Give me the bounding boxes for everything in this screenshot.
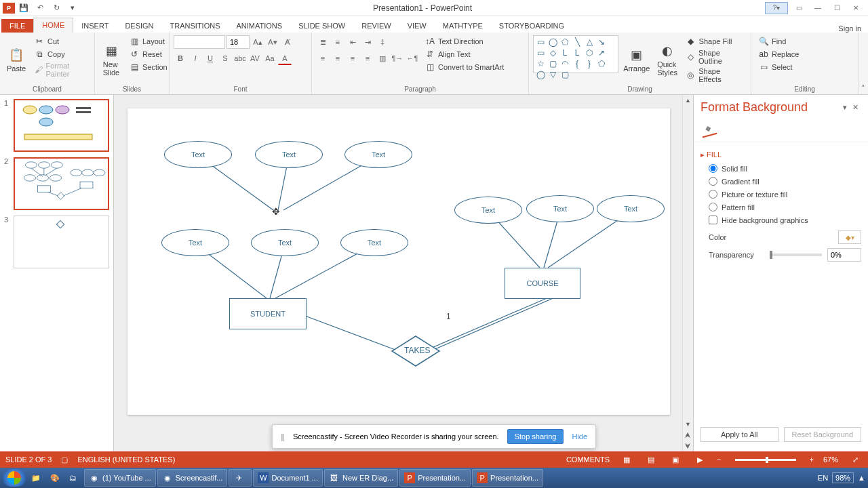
minimize-icon[interactable]: — [810, 2, 826, 14]
maximize-icon[interactable]: ☐ [829, 2, 845, 14]
align-center-button[interactable]: ≡ [331, 52, 344, 65]
format-painter-button[interactable]: 🖌Format Painter [31, 61, 90, 79]
shape-fill-button[interactable]: ◆Shape Fill [683, 35, 747, 47]
change-case-button[interactable]: Aa [263, 52, 277, 65]
picture-fill-radio[interactable]: Picture or texture fill [701, 188, 861, 201]
text-direction-button[interactable]: ↕AText Direction [422, 35, 507, 47]
language-status[interactable]: ENGLISH (UNITED STATES) [77, 455, 175, 464]
shape-effects-button[interactable]: ◎Shape Effects [683, 66, 747, 84]
taskbar-chrome-1[interactable]: ◉(1) YouTube ... [84, 469, 156, 487]
help-icon[interactable]: ?▾ [765, 2, 788, 14]
pane-dropdown-icon[interactable]: ▾ [840, 103, 850, 112]
hide-banner-button[interactable]: Hide [572, 432, 587, 441]
ribbon-display-icon[interactable]: ▭ [791, 2, 807, 14]
entity-course[interactable]: COURSE [505, 268, 580, 299]
slideshow-view-icon[interactable]: ▶ [692, 453, 707, 466]
fit-to-window-icon[interactable]: ⤢ [848, 453, 863, 466]
sorter-view-icon[interactable]: ▤ [644, 453, 658, 466]
fill-section-header[interactable]: ▸ FILL [701, 148, 861, 162]
taskbar-word[interactable]: WDocument1 ... [253, 469, 322, 487]
fill-tab-icon[interactable]: ◆ [699, 120, 717, 138]
tab-storyboarding[interactable]: STORYBOARDING [491, 19, 572, 33]
transparency-slider[interactable] [770, 253, 822, 256]
underline-button[interactable]: U [203, 52, 217, 65]
scroll-up-icon[interactable]: ▲ [683, 95, 693, 106]
ltr-button[interactable]: ¶→ [391, 52, 404, 65]
next-slide-icon[interactable]: ⮟ [683, 441, 693, 451]
reading-view-icon[interactable]: ▣ [668, 453, 683, 466]
color-picker-button[interactable]: ◆▾ [838, 230, 861, 244]
rtl-button[interactable]: ←¶ [406, 52, 419, 65]
thumbnail-3[interactable] [14, 216, 109, 268]
shape-outline-button[interactable]: ◇Shape Outline [683, 48, 747, 66]
shrink-font-button[interactable]: A▾ [266, 35, 279, 49]
dec-indent-button[interactable]: ⇤ [346, 35, 359, 49]
bullets-button[interactable]: ≣ [316, 35, 330, 49]
tab-slideshow[interactable]: SLIDE SHOW [290, 19, 353, 33]
collapse-ribbon-icon[interactable]: ˄ [859, 33, 868, 94]
taskbar-ppt-1[interactable]: PPresentation... [399, 469, 471, 487]
tab-animations[interactable]: ANIMATIONS [229, 19, 291, 33]
close-icon[interactable]: ✕ [848, 2, 864, 14]
taskbar-chrome-2[interactable]: ◉Screencastif... [157, 469, 228, 487]
strike-button[interactable]: S [218, 52, 232, 65]
section-button[interactable]: ▤Section [126, 61, 170, 73]
spacing-button[interactable]: AV [248, 52, 262, 65]
convert-smartart-button[interactable]: ◫Convert to SmartArt [422, 61, 507, 73]
entity-student[interactable]: STUDENT [229, 298, 307, 329]
attr-oval[interactable]: Text [251, 229, 319, 256]
pane-close-icon[interactable]: ✕ [850, 103, 861, 112]
quick-styles-button[interactable]: ◐Quick Styles [655, 35, 680, 84]
hide-bg-graphics-check[interactable]: Hide background graphics [701, 214, 861, 226]
explorer-pinned-icon[interactable]: 📁 [27, 469, 45, 487]
zoom-percent[interactable]: 67% [823, 455, 838, 464]
cut-button[interactable]: ✂Cut [31, 35, 90, 47]
paint-pinned-icon[interactable]: 🎨 [46, 469, 64, 487]
zoom-out-icon[interactable]: − [717, 455, 721, 464]
signin-link[interactable]: Sign in [838, 24, 868, 33]
start-button[interactable] [3, 469, 26, 487]
tab-insert[interactable]: INSERT [73, 19, 117, 33]
pattern-fill-radio[interactable]: Pattern fill [701, 201, 861, 214]
folder-pinned-icon[interactable]: 🗂 [65, 469, 83, 487]
stop-sharing-button[interactable]: Stop sharing [507, 429, 564, 444]
align-text-button[interactable]: ⇵Align Text [422, 48, 507, 60]
align-right-button[interactable]: ≡ [346, 52, 359, 65]
clear-formatting-button[interactable]: A̸ [281, 35, 294, 49]
taskbar-telegram[interactable]: ✈ [229, 469, 252, 487]
attr-oval[interactable]: Text [255, 141, 323, 168]
font-color-button[interactable]: A [278, 52, 292, 65]
apply-to-all-button[interactable]: Apply to All [701, 427, 778, 442]
redo-icon[interactable]: ↻ [49, 1, 64, 15]
layout-button[interactable]: ▥Layout [126, 35, 170, 47]
reset-button[interactable]: ↺Reset [126, 48, 170, 60]
transparency-spinbox[interactable]: 0% [827, 248, 861, 262]
italic-button[interactable]: I [189, 52, 202, 65]
align-left-button[interactable]: ≡ [316, 52, 330, 65]
select-button[interactable]: ▭Select [755, 61, 802, 73]
font-size-combo[interactable] [226, 35, 250, 49]
slide-canvas-area[interactable]: Text Text Text Text Text Text Text Text … [114, 95, 693, 451]
attr-oval[interactable]: Text [454, 197, 522, 224]
attr-oval[interactable]: Text [161, 229, 229, 256]
attr-oval[interactable]: Text [526, 195, 594, 222]
gradient-fill-radio[interactable]: Gradient fill [701, 175, 861, 188]
prev-slide-icon[interactable]: ⮝ [683, 430, 693, 441]
save-icon[interactable]: 💾 [16, 1, 31, 15]
numbering-button[interactable]: ≡ [331, 35, 344, 49]
undo-icon[interactable]: ↶ [33, 1, 47, 15]
line-spacing-button[interactable]: ‡ [376, 35, 389, 49]
tab-design[interactable]: DESIGN [117, 19, 161, 33]
attr-oval[interactable]: Text [164, 141, 232, 168]
normal-view-icon[interactable]: ▦ [619, 453, 634, 466]
relationship-takes[interactable]: TAKES [404, 346, 430, 355]
columns-button[interactable]: ▥ [376, 52, 389, 65]
thumbnail-1[interactable] [14, 99, 109, 152]
shadow-button[interactable]: abc [233, 52, 247, 65]
reset-background-button[interactable]: Reset Background [784, 427, 862, 442]
tab-view[interactable]: VIEW [399, 19, 435, 33]
start-from-beginning-icon[interactable]: ▾ [65, 1, 80, 15]
taskbar-lang[interactable]: EN [818, 474, 828, 482]
taskbar-ppt-2[interactable]: PPresentation... [472, 469, 543, 487]
tab-mathtype[interactable]: MathType [435, 19, 491, 33]
